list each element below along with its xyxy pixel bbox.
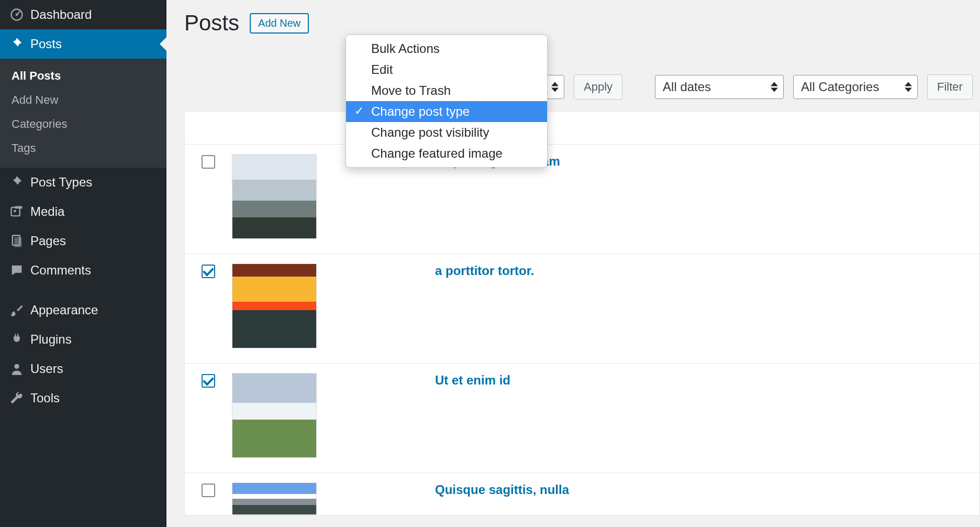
admin-sidebar: Dashboard Posts All Posts Add New Catego… bbox=[0, 0, 166, 527]
comments-icon bbox=[9, 263, 30, 278]
nav-plugins[interactable]: Plugins bbox=[0, 325, 166, 354]
add-new-button[interactable]: Add New bbox=[250, 13, 309, 34]
categories-select[interactable]: All Categories bbox=[793, 75, 918, 99]
post-title-link[interactable]: Quisque sagittis, nulla bbox=[435, 482, 569, 497]
row-checkbox[interactable] bbox=[202, 484, 215, 497]
nav-posts-submenu: All Posts Add New Categories Tags bbox=[0, 59, 166, 168]
featured-image-thumb[interactable] bbox=[232, 482, 317, 515]
select-value: All dates bbox=[663, 80, 711, 94]
status-filters: Private (1) bbox=[184, 47, 980, 61]
select-value: All Categories bbox=[801, 80, 879, 94]
nav-label: Media bbox=[30, 204, 64, 219]
nav-label: Plugins bbox=[30, 332, 72, 347]
select-caret-icon bbox=[771, 82, 778, 92]
select-caret-icon bbox=[905, 82, 912, 92]
svg-point-7 bbox=[14, 364, 19, 369]
dates-select[interactable]: All dates bbox=[655, 75, 784, 99]
post-title-link[interactable]: Ut et enim id bbox=[435, 373, 510, 387]
nav-label: Comments bbox=[30, 263, 91, 278]
nav-label: Post Types bbox=[30, 175, 92, 190]
table-row: adipiscing elit. Etiam bbox=[185, 145, 979, 254]
nav-label: Pages bbox=[30, 234, 66, 248]
brush-icon bbox=[9, 303, 30, 317]
bulk-option-edit[interactable]: Edit bbox=[346, 59, 547, 80]
row-checkbox[interactable] bbox=[202, 265, 215, 278]
featured-image-thumb[interactable] bbox=[232, 154, 317, 239]
nav-users[interactable]: Users bbox=[0, 354, 166, 383]
featured-image-thumb[interactable] bbox=[232, 264, 317, 348]
pin-icon bbox=[9, 175, 30, 190]
nav-label: Posts bbox=[30, 37, 62, 51]
main-content: Posts Add New Private (1) Page Apply All… bbox=[166, 0, 980, 527]
table-row: a porttitor tortor. bbox=[185, 254, 979, 364]
wrench-icon bbox=[9, 391, 30, 405]
nav-media[interactable]: Media bbox=[0, 197, 166, 226]
nav-post-types[interactable]: Post Types bbox=[0, 168, 166, 197]
nav-posts[interactable]: Posts bbox=[0, 29, 166, 59]
user-icon bbox=[9, 361, 30, 376]
svg-point-3 bbox=[14, 210, 16, 213]
svg-point-1 bbox=[16, 14, 18, 16]
row-checkbox[interactable] bbox=[202, 155, 215, 169]
filter-button[interactable]: Filter bbox=[927, 74, 973, 100]
svg-rect-6 bbox=[14, 237, 21, 247]
dashboard-icon bbox=[9, 7, 30, 22]
bulk-option-change-featured-image[interactable]: Change featured image bbox=[346, 143, 547, 164]
bulk-option-trash[interactable]: Move to Trash bbox=[346, 80, 547, 101]
nav-appearance[interactable]: Appearance bbox=[0, 295, 166, 325]
featured-image-thumb[interactable] bbox=[232, 373, 317, 458]
svg-rect-4 bbox=[15, 206, 23, 209]
apply-button[interactable]: Apply bbox=[574, 74, 622, 100]
subnav-categories[interactable]: Categories bbox=[0, 112, 166, 136]
nav-label: Tools bbox=[30, 391, 60, 405]
nav-label: Dashboard bbox=[30, 7, 92, 22]
nav-comments[interactable]: Comments bbox=[0, 256, 166, 285]
bulk-option-bulk-actions[interactable]: Bulk Actions bbox=[346, 38, 547, 59]
subnav-add-new[interactable]: Add New bbox=[0, 88, 166, 112]
page-title: Posts bbox=[184, 10, 239, 36]
media-icon bbox=[9, 204, 30, 219]
bulk-option-change-visibility[interactable]: Change post visibility bbox=[346, 122, 547, 143]
row-checkbox[interactable] bbox=[202, 374, 215, 388]
pages-icon bbox=[9, 234, 30, 248]
subnav-tags[interactable]: Tags bbox=[0, 136, 166, 160]
nav-label: Appearance bbox=[30, 303, 98, 317]
table-row: Quisque sagittis, nulla bbox=[185, 473, 979, 515]
bulk-action-dropdown: Bulk Actions Edit Move to Trash Change p… bbox=[346, 35, 548, 168]
plug-icon bbox=[9, 332, 30, 347]
bulk-option-change-post-type[interactable]: Change post type bbox=[346, 101, 547, 122]
subnav-all-posts[interactable]: All Posts bbox=[0, 64, 166, 88]
post-title-link[interactable]: a porttitor tortor. bbox=[435, 264, 534, 278]
pin-icon bbox=[9, 37, 30, 51]
nav-label: Users bbox=[30, 361, 63, 376]
nav-dashboard[interactable]: Dashboard bbox=[0, 0, 166, 29]
table-row: Ut et enim id bbox=[185, 364, 979, 473]
nav-pages[interactable]: Pages bbox=[0, 226, 166, 256]
table-header: Title bbox=[185, 112, 979, 145]
nav-tools[interactable]: Tools bbox=[0, 383, 166, 413]
posts-table: Title adipiscing elit. Etiam a porttitor… bbox=[184, 111, 980, 515]
select-caret-icon bbox=[551, 82, 559, 92]
